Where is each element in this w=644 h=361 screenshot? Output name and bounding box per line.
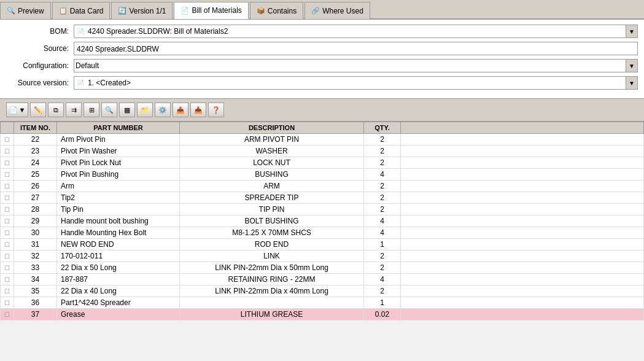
file-btn[interactable]: 📁 <box>137 103 153 117</box>
tabs-bar: 🔍 Preview 📋 Data Card 🔄 Version 1/1 📄 Bi… <box>0 0 644 20</box>
cell-qty: 2 <box>364 134 401 146</box>
cell-description: ARM <box>180 180 364 192</box>
tab-bom[interactable]: 📄 Bill of Materials <box>174 2 248 19</box>
tab-contains[interactable]: 📦 Contains <box>250 2 303 19</box>
col-itemno-header: ITEM NO. <box>14 122 57 134</box>
import-btn[interactable]: 📥 <box>190 103 206 117</box>
table-row[interactable]: ☐ 28 Tip Pin TIP PIN 2 <box>1 204 644 215</box>
cell-partnumber: 22 Dia x 40 Long <box>57 285 180 297</box>
cell-qty: 2 <box>364 192 401 204</box>
cell-itemno: 28 <box>14 204 57 215</box>
row-checkbox[interactable]: ☐ <box>1 134 14 146</box>
cell-description: WASHER <box>180 146 364 157</box>
row-checkbox[interactable]: ☐ <box>1 192 14 204</box>
cell-itemno: 34 <box>14 274 57 285</box>
row-checkbox[interactable]: ☐ <box>1 285 14 297</box>
checkbox-icon: ☐ <box>4 136 10 143</box>
table-row[interactable]: ☐ 26 Arm ARM 2 <box>1 180 644 192</box>
config-field[interactable]: Default ▼ <box>74 59 638 72</box>
row-checkbox[interactable]: ☐ <box>1 274 14 285</box>
bom-table: ITEM NO. PART NUMBER DESCRIPTION QTY. ☐ … <box>0 122 644 320</box>
new-btn[interactable]: 📄 ▼ <box>6 103 28 117</box>
cell-qty: 4 <box>364 215 401 227</box>
row-checkbox[interactable]: ☐ <box>1 146 14 157</box>
copy-btn[interactable]: ⧉ <box>48 103 64 117</box>
bom-dropdown-arrow[interactable]: ▼ <box>626 25 637 37</box>
cell-extra <box>401 285 644 297</box>
row-checkbox[interactable]: ☐ <box>1 157 14 169</box>
row-checkbox[interactable]: ☐ <box>1 169 14 180</box>
bom-row: BOM: 📄 4240 Spreader.SLDDRW: Bill of Mat… <box>0 25 644 38</box>
cell-itemno: 35 <box>14 285 57 297</box>
table-row[interactable]: ☐ 24 Pivot Pin Lock Nut LOCK NUT 2 <box>1 157 644 169</box>
cell-qty: 0.02 <box>364 309 401 320</box>
indent-btn[interactable]: ⇉ <box>66 103 82 117</box>
columns-btn[interactable]: ⊞ <box>83 103 99 117</box>
cell-qty: 1 <box>364 297 401 309</box>
zoom-btn[interactable]: 🔍 <box>101 103 117 117</box>
checkbox-icon: ☐ <box>4 148 10 155</box>
cell-description: RETAINING RING - 22MM <box>180 274 364 285</box>
cell-description: SPREADER TIP <box>180 192 364 204</box>
cell-extra <box>401 134 644 146</box>
col-rest-header <box>401 122 644 134</box>
checkbox-icon: ☐ <box>4 218 10 225</box>
cell-itemno: 32 <box>14 250 57 262</box>
table-row[interactable]: ☐ 22 Arm Pivot Pin ARM PIVOT PIN 2 <box>1 134 644 146</box>
table-row[interactable]: ☐ 36 Part1^4240 Spreader 1 <box>1 297 644 309</box>
row-checkbox[interactable]: ☐ <box>1 250 14 262</box>
tab-version-label: Version 1/1 <box>129 7 166 15</box>
help-btn[interactable]: ❓ <box>208 103 224 117</box>
tab-version[interactable]: 🔄 Version 1/1 <box>111 2 173 19</box>
table-row[interactable]: ☐ 27 Tip2 SPREADER TIP 2 <box>1 192 644 204</box>
new-dropdown[interactable]: ▼ <box>19 106 26 114</box>
row-checkbox[interactable]: ☐ <box>1 262 14 274</box>
tab-datacard[interactable]: 📋 Data Card <box>52 2 111 19</box>
row-checkbox[interactable]: ☐ <box>1 239 14 250</box>
config-label: Configuration: <box>6 61 74 70</box>
sourceversion-field[interactable]: 📄 1. <Created> ▼ <box>74 76 638 90</box>
table-row[interactable]: ☐ 23 Pivot Pin Washer WASHER 2 <box>1 146 644 157</box>
edit-btn[interactable]: ✏️ <box>30 103 46 117</box>
tab-datacard-label: Data Card <box>70 7 104 15</box>
config-dropdown-arrow[interactable]: ▼ <box>626 60 637 72</box>
copy-icon: ⧉ <box>53 106 58 114</box>
sourceversion-field-icon: 📄 <box>74 80 87 87</box>
table-btn[interactable]: ▦ <box>119 103 135 117</box>
row-checkbox[interactable]: ☐ <box>1 309 14 320</box>
table-row[interactable]: ☐ 37 Grease LITHIUM GREASE 0.02 <box>1 309 644 320</box>
gear-btn[interactable]: ⚙️ <box>155 103 171 117</box>
cell-qty: 2 <box>364 250 401 262</box>
table-row[interactable]: ☐ 29 Handle mount bolt bushing BOLT BUSH… <box>1 215 644 227</box>
table-row[interactable]: ☐ 32 170-012-011 LINK 2 <box>1 250 644 262</box>
table-row[interactable]: ☐ 33 22 Dia x 50 Long LINK PIN-22mm Dia … <box>1 262 644 274</box>
indent-icon: ⇉ <box>71 106 77 114</box>
tab-contains-label: Contains <box>268 7 297 15</box>
tab-preview[interactable]: 🔍 Preview <box>0 2 51 19</box>
bom-field[interactable]: 📄 4240 Spreader.SLDDRW: Bill of Material… <box>74 25 638 38</box>
table-row[interactable]: ☐ 31 NEW ROD END ROD END 1 <box>1 239 644 250</box>
tab-whereused[interactable]: 🔗 Where Used <box>305 2 370 19</box>
cell-partnumber: Arm Pivot Pin <box>57 134 180 146</box>
row-checkbox[interactable]: ☐ <box>1 227 14 239</box>
table-row[interactable]: ☐ 30 Handle Mounting Hex Bolt M8-1.25 X … <box>1 227 644 239</box>
row-checkbox[interactable]: ☐ <box>1 204 14 215</box>
export-icon: 📤 <box>176 106 185 114</box>
sourceversion-dropdown-arrow[interactable]: ▼ <box>626 77 637 89</box>
row-checkbox[interactable]: ☐ <box>1 180 14 192</box>
table-row[interactable]: ☐ 25 Pivot Pin Bushing BUSHING 4 <box>1 169 644 180</box>
source-label: Source: <box>6 44 74 53</box>
cell-extra <box>401 274 644 285</box>
source-value: 4240 Spreader.SLDDRW <box>77 45 159 53</box>
cell-partnumber: 170-012-011 <box>57 250 180 262</box>
help-icon: ❓ <box>212 106 220 114</box>
export-btn[interactable]: 📤 <box>173 103 188 117</box>
config-row: Configuration: Default ▼ <box>0 59 644 72</box>
whereused-icon: 🔗 <box>311 7 320 15</box>
table-row[interactable]: ☐ 35 22 Dia x 40 Long LINK PIN-22mm Dia … <box>1 285 644 297</box>
table-row[interactable]: ☐ 34 187-887 RETAINING RING - 22MM 4 <box>1 274 644 285</box>
checkbox-icon: ☐ <box>4 195 10 201</box>
row-checkbox[interactable]: ☐ <box>1 215 14 227</box>
row-checkbox[interactable]: ☐ <box>1 297 14 309</box>
cell-extra <box>401 227 644 239</box>
